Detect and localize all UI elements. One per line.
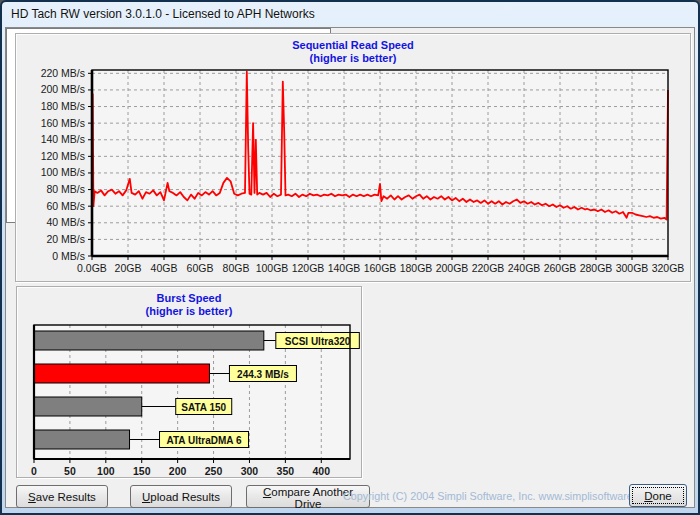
- sequential-read-chart: 0 MB/s20 MB/s40 MB/s60 MB/s80 MB/s100 MB…: [20, 66, 688, 278]
- save-accesskey: S: [28, 491, 36, 503]
- sequential-read-panel: Sequential Read Speed (higher is better)…: [15, 33, 691, 282]
- svg-text:400: 400: [313, 465, 331, 477]
- svg-text:40 MB/s: 40 MB/s: [46, 216, 85, 228]
- burst-speed-chart: SCSI Ultra320244.3 MB/sSATA 150ATA Ultra…: [20, 321, 360, 493]
- svg-text:200 MB/s: 200 MB/s: [41, 83, 85, 95]
- save-label: ave Results: [36, 491, 96, 503]
- svg-text:0: 0: [31, 465, 37, 477]
- sequential-chart-subtitle: (higher is better): [16, 52, 690, 65]
- svg-text:200GB: 200GB: [436, 262, 469, 274]
- client-area: Sequential Read Speed (higher is better)…: [5, 27, 695, 508]
- button-row: Save Results Upload Results Compare Anot…: [6, 483, 694, 511]
- svg-text:200: 200: [169, 465, 187, 477]
- svg-text:0 MB/s: 0 MB/s: [52, 250, 85, 262]
- svg-text:180 MB/s: 180 MB/s: [41, 100, 85, 112]
- svg-text:120 MB/s: 120 MB/s: [41, 150, 85, 162]
- sequential-chart-title: Sequential Read Speed: [16, 39, 690, 52]
- svg-text:220 MB/s: 220 MB/s: [41, 67, 85, 79]
- app-window: HD Tach RW version 3.0.1.0 - Licensed to…: [0, 0, 700, 515]
- copyright-text: Copyright (C) 2004 Simpli Software, Inc.…: [343, 490, 656, 502]
- svg-text:320GB: 320GB: [652, 262, 685, 274]
- compare-label: ompare Another Drive: [271, 486, 353, 510]
- upload-results-button[interactable]: Upload Results: [130, 485, 232, 508]
- title-bar[interactable]: HD Tach RW version 3.0.1.0 - Licensed to…: [2, 2, 698, 26]
- done-button[interactable]: Done: [629, 484, 687, 507]
- svg-text:160 MB/s: 160 MB/s: [41, 117, 85, 129]
- svg-text:160GB: 160GB: [364, 262, 397, 274]
- svg-text:80 MB/s: 80 MB/s: [46, 183, 85, 195]
- svg-text:60 MB/s: 60 MB/s: [46, 200, 85, 212]
- burst-speed-panel: Burst Speed (higher is better) SCSI Ultr…: [16, 286, 362, 478]
- svg-text:20GB: 20GB: [115, 262, 142, 274]
- svg-text:100GB: 100GB: [256, 262, 289, 274]
- svg-text:SCSI Ultra320: SCSI Ultra320: [285, 336, 351, 347]
- svg-text:180GB: 180GB: [400, 262, 433, 274]
- svg-text:80GB: 80GB: [223, 262, 250, 274]
- svg-text:20 MB/s: 20 MB/s: [46, 233, 85, 245]
- svg-text:0.0GB: 0.0GB: [77, 262, 107, 274]
- svg-text:40GB: 40GB: [151, 262, 178, 274]
- svg-text:100: 100: [97, 465, 115, 477]
- svg-text:150: 150: [133, 465, 151, 477]
- svg-text:244.3 MB/s: 244.3 MB/s: [237, 369, 289, 380]
- svg-text:350: 350: [277, 465, 295, 477]
- svg-text:SATA 150: SATA 150: [181, 402, 226, 413]
- compare-accesskey: C: [263, 486, 271, 498]
- save-results-button[interactable]: Save Results: [16, 485, 108, 508]
- svg-text:140GB: 140GB: [328, 262, 361, 274]
- svg-text:ATA UltraDMA 6: ATA UltraDMA 6: [167, 435, 242, 446]
- svg-text:50: 50: [64, 465, 76, 477]
- svg-text:300GB: 300GB: [616, 262, 649, 274]
- done-accesskey: D: [644, 490, 652, 502]
- svg-text:220GB: 220GB: [472, 262, 505, 274]
- upload-label: pload Results: [150, 491, 220, 503]
- svg-text:100 MB/s: 100 MB/s: [41, 166, 85, 178]
- svg-text:60GB: 60GB: [187, 262, 214, 274]
- svg-text:240GB: 240GB: [508, 262, 541, 274]
- svg-text:140 MB/s: 140 MB/s: [41, 133, 85, 145]
- done-label: one: [653, 490, 672, 502]
- svg-text:260GB: 260GB: [544, 262, 577, 274]
- svg-text:300: 300: [241, 465, 259, 477]
- svg-text:120GB: 120GB: [292, 262, 325, 274]
- burst-chart-subtitle: (higher is better): [17, 305, 361, 318]
- svg-text:250: 250: [205, 465, 223, 477]
- burst-chart-title: Burst Speed: [17, 292, 361, 305]
- window-title: HD Tach RW version 3.0.1.0 - Licensed to…: [11, 7, 315, 21]
- svg-text:280GB: 280GB: [580, 262, 613, 274]
